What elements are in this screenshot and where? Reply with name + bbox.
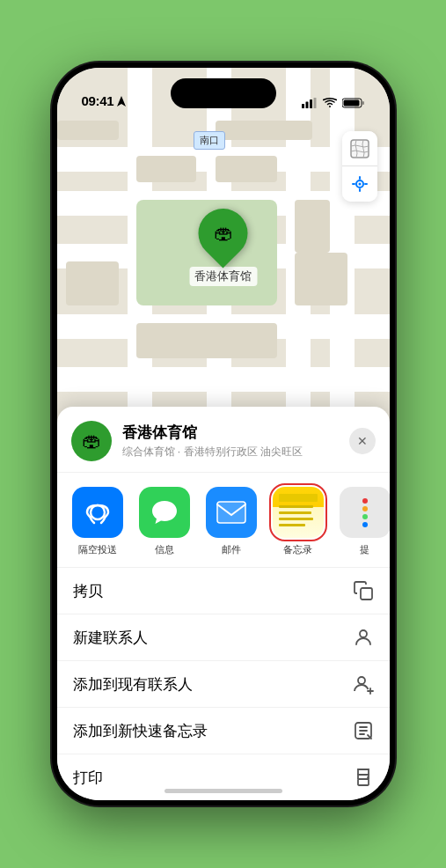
location-icon: 🏟	[71, 421, 112, 461]
messages-icon	[150, 499, 179, 526]
add-contact-icon	[353, 673, 374, 695]
bottom-sheet: 🏟 香港体育馆 综合体育馆 · 香港特别行政区 油尖旺区 ✕	[57, 407, 390, 800]
menu-add-notes[interactable]: 添加到新快速备忘录	[57, 708, 390, 754]
svg-point-14	[358, 677, 365, 684]
notes-icon-wrap	[273, 487, 324, 538]
svg-point-13	[360, 630, 367, 637]
menu-print[interactable]: 打印	[57, 754, 390, 800]
svg-point-17	[367, 776, 369, 778]
location-info: 香港体育馆 综合体育馆 · 香港特别行政区 油尖旺区	[122, 423, 339, 460]
pin-circle: 🏟	[188, 198, 258, 268]
status-icons	[302, 98, 365, 108]
copy-label: 拷贝	[73, 581, 103, 601]
share-row: 隔空投送 信息	[57, 473, 390, 563]
menu-list: 拷贝 新建联系人 添加到现有联系人	[57, 567, 390, 800]
menu-copy[interactable]: 拷贝	[57, 568, 390, 614]
map-controls	[342, 131, 377, 202]
more-label: 提	[360, 543, 369, 556]
location-arrow-icon	[117, 96, 126, 107]
svg-rect-11	[217, 502, 245, 523]
print-icon	[353, 767, 374, 788]
location-sub: 综合体育馆 · 香港特别行政区 油尖旺区	[122, 445, 339, 460]
share-mail[interactable]: 邮件	[201, 487, 261, 556]
svg-rect-0	[302, 104, 304, 108]
airdrop-icon-wrap	[72, 487, 123, 538]
print-label: 打印	[73, 768, 103, 788]
share-notes[interactable]: 备忘录	[268, 487, 328, 556]
svg-rect-2	[310, 99, 312, 108]
menu-add-contact[interactable]: 添加到现有联系人	[57, 661, 390, 708]
mail-label: 邮件	[222, 543, 241, 556]
signal-icon	[302, 98, 318, 108]
messages-label: 信息	[155, 543, 174, 556]
mail-icon	[216, 501, 246, 524]
location-name: 香港体育馆	[122, 423, 339, 443]
location-pin: 🏟 香港体育馆	[189, 209, 257, 286]
svg-rect-7	[351, 140, 369, 158]
copy-icon	[353, 580, 374, 601]
pin-label: 香港体育馆	[189, 267, 257, 286]
battery-icon	[342, 98, 365, 108]
share-more[interactable]: 提	[335, 487, 390, 556]
messages-icon-wrap	[139, 487, 190, 538]
home-indicator	[165, 789, 282, 793]
more-dots	[362, 498, 368, 527]
phone-frame: 09:41	[52, 63, 395, 805]
airdrop-icon	[84, 498, 112, 526]
map-label: 南口	[194, 131, 225, 150]
svg-rect-3	[313, 98, 316, 108]
phone-screen: 09:41	[57, 68, 390, 800]
quick-notes-icon	[353, 720, 374, 741]
add-notes-label: 添加到新快速备忘录	[73, 721, 208, 741]
mail-icon-wrap	[206, 487, 257, 538]
dynamic-island	[171, 78, 276, 108]
notes-label: 备忘录	[283, 543, 312, 556]
map-label-text: 南口	[200, 135, 219, 145]
svg-rect-5	[362, 101, 364, 105]
new-contact-label: 新建联系人	[73, 628, 148, 648]
svg-rect-6	[343, 100, 359, 107]
svg-rect-12	[361, 588, 372, 600]
wifi-icon	[323, 98, 337, 108]
svg-rect-16	[358, 779, 369, 785]
svg-point-9	[358, 183, 361, 186]
add-contact-label: 添加到现有联系人	[73, 674, 193, 695]
share-airdrop[interactable]: 隔空投送	[68, 487, 128, 556]
new-contact-icon	[353, 627, 374, 648]
share-messages[interactable]: 信息	[135, 487, 194, 556]
more-icon-wrap	[340, 487, 390, 538]
airdrop-label: 隔空投送	[78, 543, 117, 556]
map-type-button[interactable]	[342, 131, 377, 166]
close-button[interactable]: ✕	[349, 428, 376, 454]
svg-rect-1	[305, 102, 308, 109]
location-button[interactable]	[342, 166, 377, 202]
status-time: 09:41	[82, 93, 114, 108]
pin-emoji: 🏟	[214, 222, 233, 245]
location-header: 🏟 香港体育馆 综合体育馆 · 香港特别行政区 油尖旺区 ✕	[57, 407, 390, 473]
svg-point-10	[91, 505, 105, 519]
menu-new-contact[interactable]: 新建联系人	[57, 614, 390, 661]
